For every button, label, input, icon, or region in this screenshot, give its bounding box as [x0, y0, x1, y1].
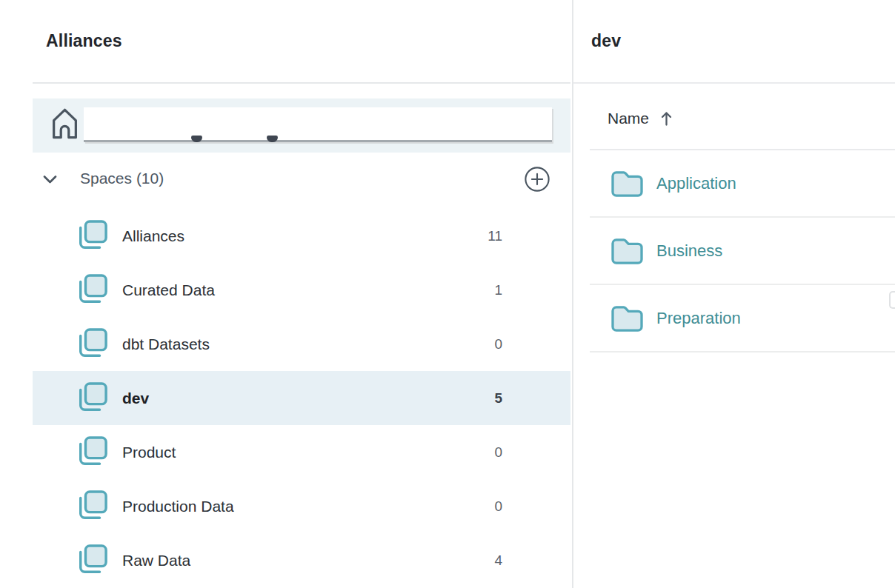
- space-count: 1: [494, 282, 502, 298]
- folder-row[interactable]: Application: [590, 150, 895, 218]
- partial-button-fragment: [889, 291, 895, 309]
- space-icon: [76, 219, 107, 253]
- page-title: dev: [591, 31, 621, 51]
- space-icon: [76, 327, 107, 361]
- space-icon: [76, 490, 107, 524]
- space-icon: [76, 544, 107, 578]
- space-label: Alliances: [122, 227, 184, 245]
- sidebar-title-divider: [33, 82, 570, 84]
- space-label: Production Data: [122, 498, 234, 515]
- spaces-section-label[interactable]: Spaces (10): [80, 170, 164, 187]
- space-label: dbt Datasets: [122, 335, 210, 353]
- folder-label: Application: [656, 174, 736, 193]
- sidebar-item-home[interactable]: [33, 98, 570, 153]
- folder-icon: [610, 236, 645, 266]
- space-count: 0: [494, 444, 502, 461]
- name-header-label: Name: [608, 110, 649, 127]
- space-label: Curated Data: [122, 281, 215, 299]
- space-count: 0: [494, 336, 502, 353]
- redacted-text-overlay: [84, 107, 552, 142]
- name-column-header[interactable]: Name: [608, 102, 673, 135]
- spaces-sidebar: Alliances Spaces (10): [0, 0, 572, 588]
- sidebar-space-row[interactable]: Raw Data 4: [33, 533, 570, 587]
- app-window: Alliances Spaces (10): [0, 0, 895, 588]
- space-count: 11: [488, 228, 502, 244]
- sidebar-space-row[interactable]: Alliances 11: [33, 209, 570, 263]
- arrow-up-icon: [660, 110, 673, 127]
- folder-row[interactable]: Preparation: [590, 285, 895, 353]
- folder-list: Application Business Preparation: [573, 150, 895, 353]
- space-label: dev: [122, 390, 149, 407]
- folder-row[interactable]: Business: [590, 218, 895, 285]
- chevron-down-icon[interactable]: [43, 176, 57, 184]
- space-contents-panel: dev Name Application Business: [573, 0, 895, 588]
- spaces-section-header: Spaces (10): [33, 161, 570, 197]
- space-count: 0: [494, 498, 502, 515]
- space-icon: [76, 273, 107, 307]
- sidebar-title: Alliances: [46, 31, 122, 51]
- sidebar-space-row[interactable]: dbt Datasets 0: [33, 317, 570, 371]
- sidebar-space-row[interactable]: Production Data 0: [33, 479, 570, 533]
- space-label: Raw Data: [122, 552, 190, 569]
- spaces-list: Alliances 11 Curated Data 1 dbt Datasets…: [33, 209, 570, 587]
- plus-circle-icon[interactable]: [524, 166, 550, 193]
- space-count: 5: [494, 390, 502, 407]
- home-icon: [50, 107, 79, 141]
- sidebar-space-row[interactable]: Curated Data 1: [33, 263, 570, 317]
- folder-label: Preparation: [656, 309, 741, 328]
- folder-icon: [610, 169, 645, 198]
- sidebar-space-row-selected[interactable]: dev 5: [33, 371, 570, 425]
- space-label: Product: [122, 444, 176, 461]
- space-count: 4: [494, 552, 502, 569]
- sidebar-space-row[interactable]: Product 0: [33, 425, 570, 479]
- space-icon: [76, 381, 107, 415]
- main-title-divider: [573, 82, 895, 84]
- space-icon: [76, 435, 107, 470]
- folder-icon: [610, 304, 645, 333]
- folder-label: Business: [656, 241, 722, 261]
